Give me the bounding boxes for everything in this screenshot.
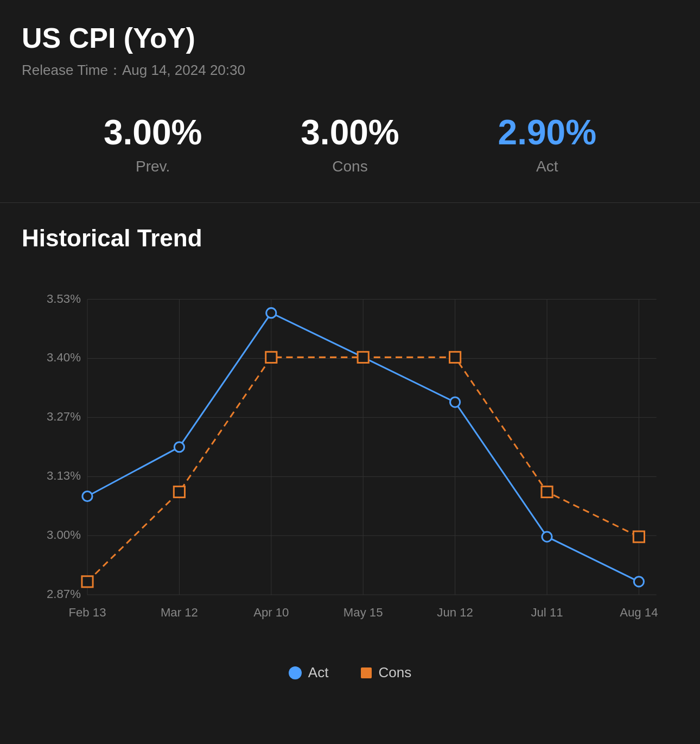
release-time-label: Release Time： bbox=[22, 62, 122, 78]
act-legend-label: Act bbox=[308, 664, 329, 681]
stat-prev: 3.00% Prev. bbox=[104, 112, 202, 175]
y-label-6: 2.87% bbox=[47, 587, 81, 601]
y-label-2: 3.40% bbox=[47, 351, 81, 364]
y-label-5: 3.00% bbox=[47, 528, 81, 542]
prev-label: Prev. bbox=[136, 158, 170, 175]
bottom-section: Historical Trend 3.53% bbox=[0, 203, 700, 692]
cons-point-2 bbox=[174, 486, 184, 497]
top-section: US CPI (YoY) Release Time：Aug 14, 2024 2… bbox=[0, 0, 700, 203]
cons-legend-label: Cons bbox=[378, 664, 411, 681]
cons-legend-icon bbox=[361, 667, 372, 678]
act-point-3 bbox=[266, 308, 276, 318]
cons-point-4 bbox=[358, 352, 368, 363]
cons-value: 3.00% bbox=[301, 112, 399, 152]
x-label-3: Apr 10 bbox=[253, 606, 289, 619]
cons-point-1 bbox=[82, 576, 93, 587]
release-time-value: Aug 14, 2024 20:30 bbox=[122, 62, 245, 78]
page-title: US CPI (YoY) bbox=[22, 22, 678, 54]
cons-point-3 bbox=[266, 352, 277, 363]
chart-section-title: Historical Trend bbox=[22, 225, 678, 252]
y-label-1: 3.53% bbox=[47, 292, 81, 306]
cons-point-5 bbox=[450, 352, 461, 363]
act-label: Act bbox=[536, 158, 558, 175]
x-label-4: May 15 bbox=[343, 606, 383, 619]
legend-act: Act bbox=[289, 664, 329, 681]
y-label-3: 3.27% bbox=[47, 410, 81, 423]
act-point-2 bbox=[174, 442, 184, 452]
stats-row: 3.00% Prev. 3.00% Cons 2.90% Act bbox=[22, 101, 678, 186]
x-label-6: Jul 11 bbox=[531, 606, 563, 619]
act-point-7 bbox=[634, 577, 644, 587]
chart-legend: Act Cons bbox=[22, 664, 678, 681]
x-label-1: Feb 13 bbox=[68, 606, 106, 619]
x-label-2: Mar 12 bbox=[161, 606, 198, 619]
chart-svg: 3.53% 3.40% 3.27% 3.13% 3.00% 2.87% Feb … bbox=[22, 274, 678, 653]
chart-container: 3.53% 3.40% 3.27% 3.13% 3.00% 2.87% Feb … bbox=[22, 274, 678, 653]
cons-label: Cons bbox=[332, 158, 367, 175]
cons-point-6 bbox=[542, 486, 552, 497]
act-legend-icon bbox=[289, 666, 302, 679]
act-point-6 bbox=[542, 532, 552, 542]
act-value: 2.90% bbox=[498, 112, 596, 152]
cons-point-7 bbox=[633, 531, 644, 542]
y-label-4: 3.13% bbox=[47, 469, 81, 482]
prev-value: 3.00% bbox=[104, 112, 202, 152]
stat-cons: 3.00% Cons bbox=[301, 112, 399, 175]
x-label-7: Aug 14 bbox=[620, 606, 658, 619]
stat-act: 2.90% Act bbox=[498, 112, 596, 175]
release-time: Release Time：Aug 14, 2024 20:30 bbox=[22, 61, 678, 80]
x-label-5: Jun 12 bbox=[437, 606, 473, 619]
act-point-1 bbox=[82, 491, 92, 501]
legend-cons: Cons bbox=[361, 664, 411, 681]
act-point-5 bbox=[450, 397, 460, 407]
